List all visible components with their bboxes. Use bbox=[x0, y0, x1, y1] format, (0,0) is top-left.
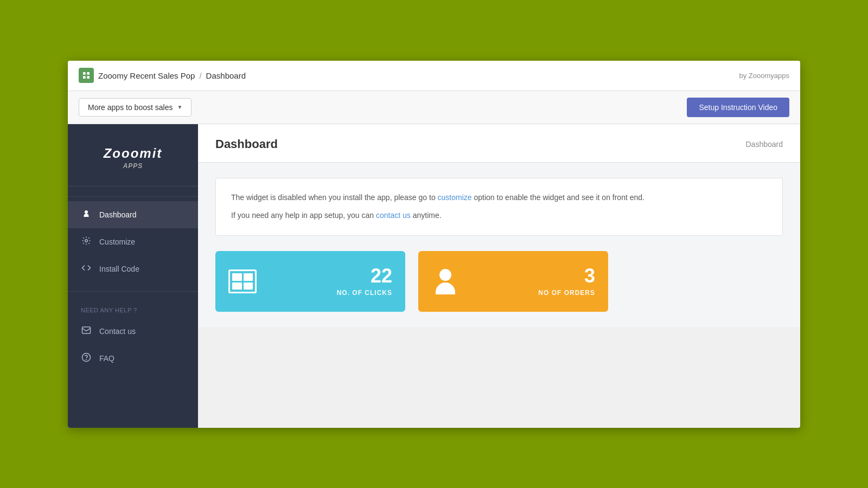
question-icon bbox=[81, 352, 92, 364]
customize-label: Customize bbox=[99, 237, 135, 246]
grid-cell-3 bbox=[232, 282, 242, 290]
orders-number: 3 bbox=[473, 266, 595, 286]
breadcrumb-separator: / bbox=[199, 71, 201, 80]
contact-label: Contact us bbox=[99, 327, 136, 336]
grid-cell-2 bbox=[244, 273, 253, 281]
info-line-2: If you need any help in app setup, you c… bbox=[231, 209, 767, 222]
clicks-info: 22 NO. OF CLICKS bbox=[270, 266, 392, 297]
svg-point-4 bbox=[85, 210, 88, 214]
info-box: The widget is disabled when you install … bbox=[215, 178, 783, 236]
sidebar-divider-top bbox=[68, 196, 198, 197]
content-wrapper: Dashboard Dashboard The widget is disabl… bbox=[198, 124, 800, 428]
sidebar-logo: ZooomitAPPS bbox=[79, 146, 187, 170]
dashboard-label: Dashboard bbox=[99, 210, 137, 219]
svg-point-5 bbox=[85, 239, 88, 242]
svg-rect-3 bbox=[87, 76, 90, 79]
app-icon bbox=[79, 68, 94, 83]
contact-us-link[interactable]: contact us bbox=[376, 211, 411, 220]
gear-icon bbox=[81, 236, 92, 248]
breadcrumb-page: Dashboard bbox=[206, 71, 246, 80]
customize-link[interactable]: customize bbox=[438, 193, 472, 202]
help-section-label: NEED ANY HELP ? bbox=[68, 296, 198, 318]
breadcrumb-app: Zooomy Recent Sales Pop bbox=[98, 71, 195, 80]
install-code-label: Install Code bbox=[99, 265, 139, 273]
person-head bbox=[439, 269, 451, 281]
by-label: by Zooomyapps bbox=[739, 72, 790, 80]
clicks-card: 22 NO. OF CLICKS bbox=[215, 251, 405, 312]
grid-cell-4 bbox=[244, 282, 253, 290]
orders-card: 3 NO OF ORDERS bbox=[418, 251, 608, 312]
clicks-label: NO. OF CLICKS bbox=[270, 289, 392, 297]
page-title: Dashboard bbox=[215, 137, 278, 151]
dashboard-icon bbox=[81, 209, 92, 221]
code-icon bbox=[81, 263, 92, 275]
sidebar-item-faq[interactable]: FAQ bbox=[68, 345, 198, 372]
header-left: Zooomy Recent Sales Pop / Dashboard bbox=[79, 68, 246, 83]
svg-rect-0 bbox=[83, 72, 86, 75]
app-window: Zooomy Recent Sales Pop / Dashboard by Z… bbox=[68, 61, 800, 428]
orders-label: NO OF ORDERS bbox=[473, 289, 595, 297]
content-area: Dashboard Dashboard The widget is disabl… bbox=[198, 124, 800, 328]
stats-row: 22 NO. OF CLICKS 3 bbox=[215, 251, 783, 312]
more-apps-label: More apps to boost sales bbox=[88, 103, 173, 112]
sidebar-item-contact[interactable]: Contact us bbox=[68, 318, 198, 345]
orders-info: 3 NO OF ORDERS bbox=[473, 266, 595, 297]
sidebar-divider-mid bbox=[68, 291, 198, 292]
info-line2-post: anytime. bbox=[411, 211, 442, 220]
person-icon bbox=[431, 269, 459, 294]
toolbar: More apps to boost sales ▼ Setup Instruc… bbox=[68, 91, 800, 124]
dropdown-arrow-icon: ▼ bbox=[177, 104, 182, 110]
content-body: The widget is disabled when you install … bbox=[198, 163, 800, 328]
svg-rect-6 bbox=[82, 327, 91, 333]
info-line-1: The widget is disabled when you install … bbox=[231, 191, 767, 204]
grid-icon bbox=[228, 269, 257, 293]
setup-video-button[interactable]: Setup Instruction Video bbox=[687, 98, 789, 117]
logo-sub: APPS bbox=[79, 162, 187, 170]
person-body bbox=[436, 282, 455, 294]
content-header: Dashboard Dashboard bbox=[198, 124, 800, 163]
info-line1-pre: The widget is disabled when you install … bbox=[231, 193, 438, 202]
clicks-number: 22 bbox=[270, 266, 392, 286]
mail-icon bbox=[81, 325, 92, 337]
faq-label: FAQ bbox=[99, 354, 114, 363]
setup-video-label: Setup Instruction Video bbox=[699, 103, 777, 112]
info-line2-pre: If you need any help in app setup, you c… bbox=[231, 211, 376, 220]
svg-point-8 bbox=[86, 359, 87, 359]
content-breadcrumb: Dashboard bbox=[746, 140, 783, 149]
logo-area: ZooomitAPPS bbox=[68, 135, 198, 187]
sidebar-item-install-code[interactable]: Install Code bbox=[68, 255, 198, 282]
svg-rect-2 bbox=[83, 76, 86, 79]
sidebar-item-customize[interactable]: Customize bbox=[68, 228, 198, 255]
more-apps-button[interactable]: More apps to boost sales ▼ bbox=[79, 98, 192, 117]
sidebar: ZooomitAPPS Dashboard bbox=[68, 124, 198, 428]
sidebar-item-dashboard[interactable]: Dashboard bbox=[68, 201, 198, 228]
main-layout: ZooomitAPPS Dashboard bbox=[68, 124, 800, 428]
grid-cell-1 bbox=[232, 273, 242, 281]
info-line1-post: option to enable the widget and see it o… bbox=[472, 193, 644, 202]
top-header: Zooomy Recent Sales Pop / Dashboard by Z… bbox=[68, 61, 800, 91]
svg-rect-1 bbox=[87, 72, 90, 75]
